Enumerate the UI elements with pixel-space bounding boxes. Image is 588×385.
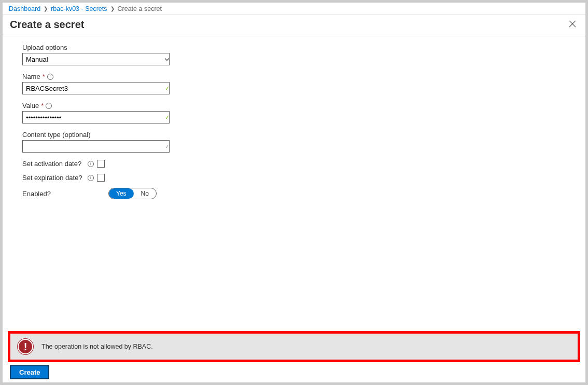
info-icon[interactable]: i [47,74,53,80]
error-icon: ! [18,339,33,354]
label-enabled: Enabled? [22,190,105,198]
label-value: Value [22,102,39,109]
enabled-toggle[interactable]: Yes No [108,188,157,199]
breadcrumb: Dashboard ❯ rbac-kv03 - Secrets ❯ Create… [3,3,585,15]
expiration-date-checkbox[interactable] [97,174,105,182]
field-name: Name * i ✓ [22,73,173,94]
field-activation-date: Set activation date? i [22,160,585,168]
field-expiration-date: Set expiration date? i [22,174,585,182]
toggle-no[interactable]: No [134,188,156,199]
info-icon[interactable]: i [88,161,94,167]
activation-date-checkbox[interactable] [97,160,105,168]
field-enabled: Enabled? Yes No [22,188,585,199]
label-expiration-date: Set expiration date? [22,174,85,182]
label-content-type: Content type (optional) [22,131,173,139]
breadcrumb-link-secrets[interactable]: rbac-kv03 - Secrets [51,5,107,12]
info-icon[interactable]: i [88,175,94,181]
close-icon[interactable] [567,18,578,31]
field-value: Value * i ✓ [22,102,173,123]
info-icon[interactable]: i [46,103,52,109]
field-content-type: Content type (optional) ✓ [22,131,173,153]
name-input[interactable] [22,82,170,94]
page-title: Create a secret [10,19,84,31]
label-name: Name [22,73,40,80]
error-banner: ! The operation is not allowed by RBAC. [8,331,580,362]
chevron-right-icon: ❯ [110,6,115,11]
form-body: Upload options Manual Name * i [3,36,585,382]
error-message: The operation is not allowed by RBAC. [41,343,153,350]
breadcrumb-current: Create a secret [118,5,162,12]
chevron-right-icon: ❯ [44,6,48,11]
value-input[interactable] [22,111,170,123]
label-upload-options: Upload options [22,44,173,51]
required-marker: * [41,102,44,109]
upload-options-select[interactable]: Manual [22,53,170,65]
content-type-input[interactable] [22,140,170,153]
page-header: Create a secret [3,15,585,36]
create-button[interactable]: Create [11,366,48,378]
footer: ! The operation is not allowed by RBAC. … [3,331,585,382]
required-marker: * [43,73,45,80]
label-activation-date: Set activation date? [22,160,85,168]
field-upload-options: Upload options Manual [22,44,173,65]
toggle-yes[interactable]: Yes [109,188,134,199]
breadcrumb-link-dashboard[interactable]: Dashboard [9,5,40,12]
